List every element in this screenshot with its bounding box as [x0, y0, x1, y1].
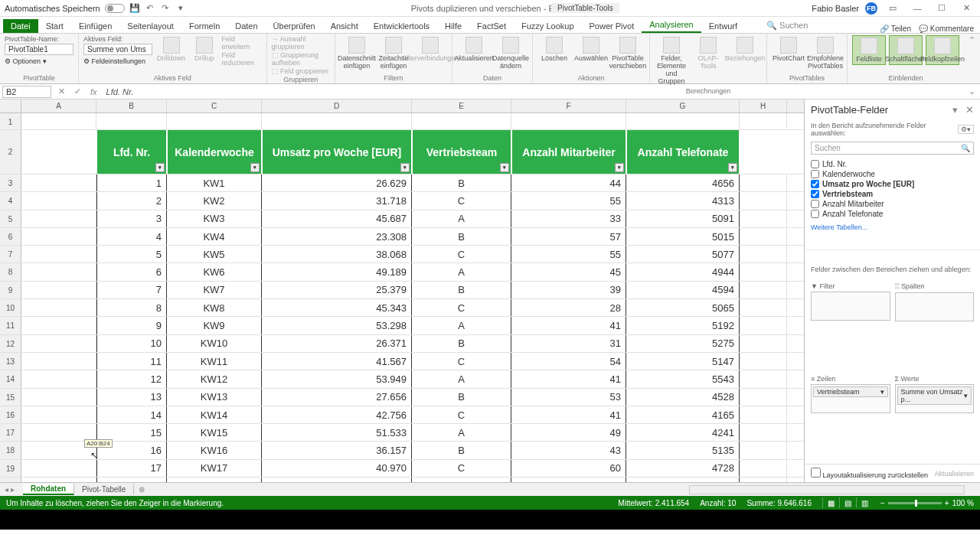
tab-hilfe[interactable]: Hilfe	[437, 19, 469, 33]
buttons-button[interactable]: Schaltflächen	[889, 35, 923, 65]
area-rows-box[interactable]: Vertriebsteam▾	[811, 384, 890, 413]
area-filter-box[interactable]	[811, 292, 890, 321]
cell[interactable]: 4656	[626, 174, 740, 191]
change-source-button[interactable]: Datenquelle ändern	[494, 35, 528, 71]
tab-entwurf[interactable]: Entwurf	[701, 19, 745, 33]
pivottable-name-input[interactable]: PivotTable1	[5, 44, 74, 55]
row-header[interactable]: 5	[0, 210, 21, 227]
cell[interactable]: 26.371	[262, 335, 412, 352]
cell[interactable]: 13	[96, 389, 167, 406]
col-header-F[interactable]: F	[511, 99, 626, 112]
cell[interactable]: 5	[96, 246, 167, 262]
row-header[interactable]: 1	[0, 113, 21, 129]
cell[interactable]: KW2	[167, 192, 262, 209]
redo-icon[interactable]: ↷	[160, 3, 171, 14]
table-header-cell[interactable]: Umsatz pro Woche [EUR]▾	[262, 130, 412, 174]
expand-field-button[interactable]: Feld erweitern	[221, 35, 261, 51]
activefield-input[interactable]: Summe von Ums	[83, 44, 152, 55]
undo-icon[interactable]: ↶	[145, 3, 155, 14]
cell[interactable]: 4944	[626, 263, 740, 280]
cell[interactable]: 28	[511, 299, 626, 316]
refresh-button[interactable]: Aktualisieren	[457, 35, 491, 64]
cell[interactable]: 44	[511, 174, 626, 191]
cell[interactable]: 2	[96, 192, 167, 209]
taskpane-gear-icon[interactable]: ⚙▾	[958, 125, 974, 134]
col-header-B[interactable]: B	[96, 99, 167, 112]
cell[interactable]: 39	[511, 282, 626, 298]
cell[interactable]: 41	[511, 370, 626, 387]
cell[interactable]: 7	[96, 282, 167, 298]
defer-layout-checkbox[interactable]: Layoutaktualisierung zurückstellen	[811, 468, 928, 479]
comments-button[interactable]: 💬 Kommentare	[919, 24, 974, 33]
cell[interactable]: A	[412, 210, 511, 227]
cell[interactable]: 12	[96, 370, 167, 387]
cell[interactable]: 4528	[626, 389, 740, 406]
cell[interactable]: 45.343	[262, 299, 412, 316]
cell[interactable]: B	[412, 228, 511, 245]
recommended-pivottables-button[interactable]: Empfohlene PivotTables	[808, 35, 842, 71]
cell[interactable]: 26.629	[262, 174, 412, 191]
filter-dropdown-icon[interactable]: ▾	[728, 163, 737, 172]
field-search-input[interactable]: Suchen 🔍	[811, 142, 974, 155]
collapse-ribbon-icon[interactable]: ⌃	[964, 34, 980, 83]
tab-ueberpruefen[interactable]: Überprüfen	[266, 19, 323, 33]
area-columns-box[interactable]	[895, 292, 975, 321]
qat-customize-icon[interactable]: ▾	[175, 3, 186, 14]
pivot-field-item[interactable]: Lfd. Nr.	[811, 159, 974, 169]
col-header-D[interactable]: D	[262, 99, 412, 112]
filter-dropdown-icon[interactable]: ▾	[155, 163, 165, 172]
update-button[interactable]: Aktualisieren	[934, 470, 974, 478]
cell[interactable]: 25.379	[262, 282, 412, 298]
fieldheaders-button[interactable]: Feldkopfzeilen	[926, 35, 959, 65]
filter-dropdown-icon[interactable]: ▾	[500, 163, 509, 172]
cell[interactable]: 51.533	[262, 424, 412, 441]
olap-tools-button[interactable]: OLAP-Tools	[691, 35, 725, 71]
pivot-field-item[interactable]: Anzahl Mitarbeiter	[811, 199, 974, 209]
cell[interactable]: 54	[511, 353, 626, 370]
table-header-cell[interactable]: Anzahl Telefonate▾	[626, 130, 740, 174]
row-header[interactable]: 3	[0, 174, 21, 191]
tab-fuzzylookup[interactable]: Fuzzy Lookup	[514, 19, 581, 33]
name-box[interactable]: B2	[2, 86, 51, 98]
tab-datei[interactable]: Datei	[3, 19, 38, 33]
cell[interactable]: KW11	[167, 353, 262, 370]
col-header-G[interactable]: G	[626, 99, 740, 112]
cell[interactable]: 36.157	[262, 442, 412, 458]
row-header[interactable]: 6	[0, 228, 21, 245]
maximize-button[interactable]: ☐	[933, 2, 951, 15]
formula-input[interactable]: Lfd. Nr.	[102, 86, 964, 97]
cell[interactable]: B	[412, 282, 511, 298]
view-normal-icon[interactable]: ▦	[822, 497, 839, 508]
cell[interactable]: 4	[96, 228, 167, 245]
row-header[interactable]: 8	[0, 263, 21, 280]
cell[interactable]: 4594	[626, 282, 740, 298]
cell[interactable]: KW3	[167, 210, 262, 227]
cell[interactable]: 38.068	[262, 246, 412, 262]
fieldlist-button[interactable]: Feldliste	[852, 35, 886, 65]
cell[interactable]: KW13	[167, 389, 262, 406]
cell[interactable]: 53	[511, 389, 626, 406]
cell[interactable]: C	[412, 299, 511, 316]
cell[interactable]: C	[412, 246, 511, 262]
zoom-level[interactable]: 100 %	[952, 499, 974, 507]
cell[interactable]: KW4	[167, 228, 262, 245]
cell[interactable]: KW15	[167, 424, 262, 441]
ungroup-button[interactable]: ⬚ Gruppierung aufheben	[272, 51, 330, 67]
field-checkbox[interactable]	[811, 190, 819, 198]
relationships-button[interactable]: Beziehungen	[728, 35, 762, 64]
cell[interactable]: 5015	[626, 228, 740, 245]
cell[interactable]: A	[412, 370, 511, 387]
cell[interactable]: 5135	[626, 442, 740, 458]
row-header[interactable]: 13	[0, 353, 21, 370]
cell[interactable]: 49.189	[262, 263, 412, 280]
cell[interactable]: KW16	[167, 442, 262, 458]
insert-timeline-button[interactable]: Zeitachse einfügen	[377, 35, 410, 71]
spreadsheet-grid[interactable]: A B C D E F G H 12Lfd. Nr.▾Kalenderwoche…	[0, 99, 804, 482]
filter-dropdown-icon[interactable]: ▾	[400, 163, 410, 172]
cell[interactable]: B	[412, 174, 511, 191]
view-pagelayout-icon[interactable]: ▤	[839, 497, 856, 508]
cell[interactable]: 5275	[626, 335, 740, 352]
add-sheet-button[interactable]: ⊕	[134, 485, 149, 494]
cell[interactable]: 31	[511, 335, 626, 352]
minimize-button[interactable]: —	[908, 2, 926, 15]
